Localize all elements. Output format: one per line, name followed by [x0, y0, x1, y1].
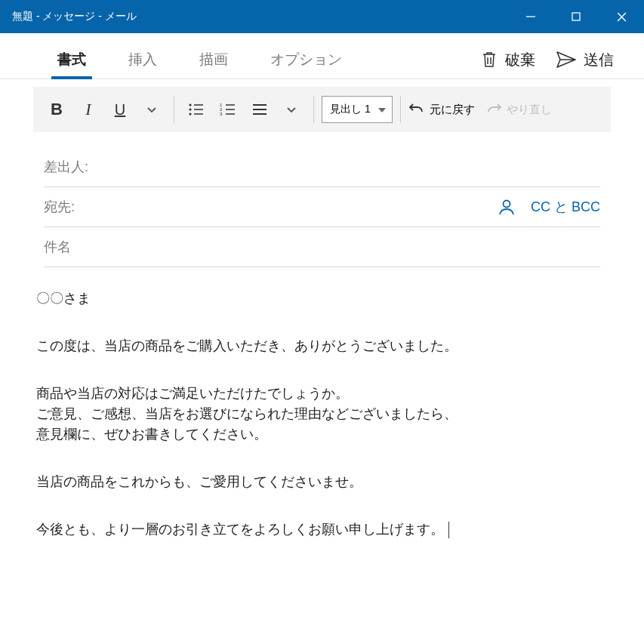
body-line: 意見欄に、ぜひお書きしてください。	[36, 424, 608, 445]
separator	[400, 96, 401, 123]
separator	[174, 96, 174, 123]
send-button[interactable]: 送信	[556, 50, 614, 70]
person-icon	[498, 198, 516, 216]
maximize-button[interactable]	[553, 0, 599, 33]
window-title: 無題 - メッセージ - メール	[12, 10, 508, 23]
underline-button[interactable]: U	[106, 93, 134, 126]
tab-format[interactable]: 書式	[45, 41, 98, 79]
chevron-down-icon	[146, 104, 157, 115]
paragraph-icon	[251, 103, 268, 116]
svg-point-3	[189, 112, 191, 115]
heading-select[interactable]: 見出し 1	[322, 96, 393, 123]
message-body[interactable]: 〇〇さま この度は、当店の商品をご購入いただき、ありがとうございました。 商品や…	[0, 267, 644, 561]
chevron-down-icon	[286, 104, 297, 115]
close-icon	[617, 12, 627, 22]
undo-label: 元に戻す	[430, 103, 475, 117]
send-label: 送信	[584, 50, 614, 70]
body-line: 当店の商品をこれからも、ご愛用してくださいませ。	[36, 472, 608, 492]
body-line: 今後とも、より一層のお引き立てをよろしくお願い申し上げます。	[36, 519, 608, 540]
send-icon	[556, 51, 576, 68]
undo-button[interactable]: 元に戻す	[408, 102, 475, 117]
discard-label: 破棄	[505, 50, 535, 70]
list-group: 123	[182, 93, 306, 126]
to-field-actions: CC と BCC	[498, 198, 600, 216]
subject-label: 件名	[44, 238, 71, 256]
to-label: 宛先:	[44, 198, 75, 216]
svg-point-1	[189, 103, 191, 106]
svg-point-2	[189, 108, 191, 110]
message-fields: 差出人: 宛先: CC と BCC 件名	[0, 132, 644, 267]
body-line: この度は、当店の商品をご購入いただき、ありがとうございました。	[36, 336, 608, 356]
separator	[313, 96, 314, 123]
ribbon-tabs: 書式 挿入 描画 オプション 破棄 送信	[0, 33, 644, 79]
ribbon-actions: 破棄 送信	[481, 50, 614, 70]
numbered-list-icon: 123	[220, 103, 236, 116]
undo-icon	[408, 102, 425, 117]
trash-icon	[481, 51, 498, 69]
font-style-group: B I U	[42, 93, 166, 126]
body-line: 商品や当店の対応はご満足いただけたでしょうか。	[36, 384, 608, 404]
bullet-list-button[interactable]	[182, 93, 211, 126]
to-field[interactable]: 宛先: CC と BCC	[44, 187, 600, 227]
list-more-button[interactable]	[277, 93, 306, 126]
numbered-list-button[interactable]: 123	[214, 93, 242, 126]
redo-icon	[485, 102, 502, 117]
heading-value: 見出し 1	[330, 103, 371, 116]
body-line: ご意見、ご感想、当店をお選びになられた理由などございましたら、	[36, 404, 608, 424]
minimize-icon	[526, 12, 535, 21]
bullet-list-icon	[188, 103, 205, 116]
bold-button[interactable]: B	[42, 93, 71, 126]
from-label: 差出人:	[44, 158, 88, 176]
svg-text:3: 3	[220, 112, 223, 116]
discard-button[interactable]: 破棄	[481, 50, 535, 70]
window-controls	[508, 0, 644, 33]
contacts-button[interactable]	[498, 198, 516, 216]
text-cursor	[448, 522, 449, 538]
close-button[interactable]	[599, 0, 644, 33]
italic-button[interactable]: I	[74, 93, 103, 126]
tab-insert[interactable]: 挿入	[116, 41, 169, 79]
tab-draw[interactable]: 描画	[187, 41, 240, 79]
subject-field[interactable]: 件名	[44, 227, 600, 267]
undo-redo-group: 元に戻す やり直し	[408, 102, 552, 117]
from-field[interactable]: 差出人:	[44, 147, 600, 187]
titlebar: 無題 - メッセージ - メール	[0, 0, 644, 33]
svg-point-7	[503, 201, 510, 208]
format-toolbar: B I U 123 見出し 1 元に戻す やり直し	[33, 87, 611, 132]
svg-rect-0	[572, 13, 580, 20]
tab-options[interactable]: オプション	[258, 41, 354, 79]
paragraph-button[interactable]	[245, 93, 274, 126]
body-line: 〇〇さま	[36, 288, 608, 309]
redo-label: やり直し	[507, 103, 552, 117]
minimize-button[interactable]	[508, 0, 553, 33]
cc-bcc-button[interactable]: CC と BCC	[531, 198, 600, 216]
font-more-button[interactable]	[137, 93, 166, 126]
redo-button[interactable]: やり直し	[485, 102, 552, 117]
maximize-icon	[572, 12, 581, 21]
